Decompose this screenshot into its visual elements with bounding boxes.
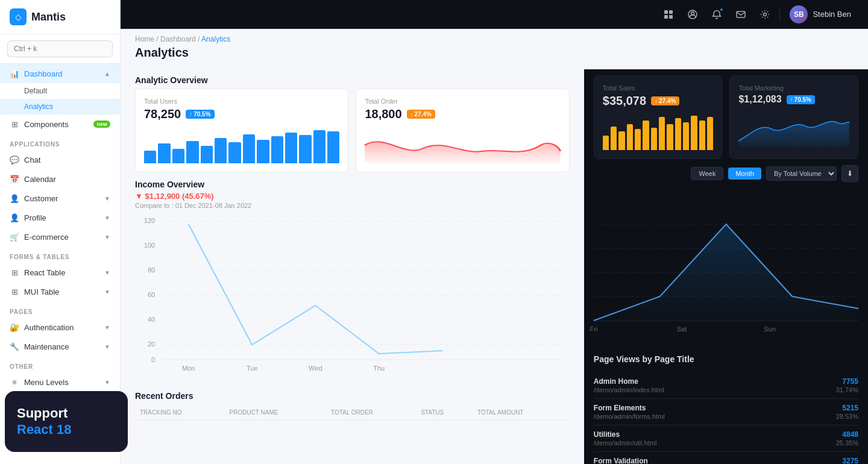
bar: [257, 140, 269, 163]
sidebar-item-maintenance[interactable]: 🔧 Maintenance ▼: [0, 337, 120, 356]
orders-table: TRACKING NO PRODUCT NAME TOTAL ORDER STA…: [135, 406, 570, 420]
sidebar-item-mui-table[interactable]: ⊞ MUI Table ▼: [0, 282, 120, 301]
pv-count-1: 5215: [836, 404, 858, 412]
apps-icon-btn[interactable]: [659, 5, 678, 24]
card-value-row-marketing: $1,12,083 ↑ 70.5%: [738, 94, 849, 105]
logo-area[interactable]: Mantis: [0, 0, 120, 34]
support-subtitle: React 18: [17, 422, 116, 437]
maintenance-label: Maintenance: [24, 342, 69, 351]
sidebar-sub-default[interactable]: Default: [0, 83, 120, 99]
bar: [144, 151, 156, 163]
user-menu[interactable]: SB Stebin Ben: [785, 3, 856, 26]
chevron-down-icon: ▼: [104, 195, 110, 202]
dashboard-icon: 📊: [10, 69, 19, 78]
download-btn[interactable]: ⬇: [841, 165, 858, 182]
income-controls: Week Month By Total Volume ⬇: [594, 165, 858, 182]
svg-text:Thu: Thu: [373, 365, 385, 372]
bar: [651, 128, 657, 150]
bar: [186, 141, 198, 163]
recent-orders: Recent Orders TRACKING NO PRODUCT NAME T…: [121, 384, 584, 420]
pv-url-0: /demo/admin/index.html: [594, 386, 664, 393]
react-table-label: React Table: [24, 268, 65, 277]
support-popup[interactable]: Support React 18: [5, 391, 128, 452]
app-name: Mantis: [31, 11, 66, 24]
btn-month[interactable]: Month: [728, 168, 761, 180]
income-title: Income Overview: [135, 180, 251, 189]
sidebar-item-calendar[interactable]: 📅 Calendar: [0, 169, 120, 189]
svg-text:100: 100: [144, 242, 156, 249]
sidebar-item-authentication[interactable]: 🔐 Authentication ▼: [0, 318, 120, 337]
sidebar-sub-analytics[interactable]: Analytics: [0, 99, 120, 114]
pv-row-1: Form Elements /demo/admin/forms.html 521…: [594, 399, 858, 425]
mail-icon-btn[interactable]: [731, 5, 750, 24]
sidebar-item-dashboard[interactable]: 📊 Dashboard ▲: [0, 64, 120, 83]
card-value-order: 18,800: [365, 107, 401, 121]
bar: [172, 149, 184, 163]
bar: [158, 143, 170, 163]
bell-icon-btn[interactable]: [707, 5, 726, 24]
chevron-down-icon-2: ▼: [104, 215, 110, 221]
sidebar-item-chat[interactable]: 💬 Chat: [0, 150, 120, 169]
chat-label: Chat: [24, 155, 40, 165]
pv-title-2: Utilities: [594, 430, 657, 439]
dark-income-controls: Week Month By Total Volume ⬇: [584, 165, 868, 345]
profile-icon: 👤: [10, 213, 19, 222]
bar: [327, 131, 339, 163]
analytic-cards-dark: Total Sales $35,078 ↓ 27.4%: [584, 69, 868, 165]
user-circle-icon-btn[interactable]: [683, 5, 702, 24]
sidebar-item-dashboard-label: Dashboard: [24, 69, 63, 78]
svg-point-7: [764, 13, 767, 16]
card-value-row-sales: $35,078 ↓ 27.4%: [603, 94, 714, 108]
content-area: Home / Dashboard / Analytics Analytics A…: [121, 29, 868, 464]
card-value-sales: $35,078: [603, 94, 646, 108]
components-icon: ⊞: [10, 119, 19, 129]
maintenance-icon: 🔧: [10, 342, 19, 351]
customer-icon: 👤: [10, 193, 19, 203]
page-header: Home / Dashboard / Analytics Analytics: [121, 29, 868, 69]
settings-icon-btn[interactable]: [755, 5, 775, 24]
sidebar-item-components[interactable]: ⊞ Components new: [0, 114, 120, 134]
section-forms: Forms & Tables: [0, 246, 120, 263]
pv-count-3: 3275: [836, 457, 858, 464]
col-total-order: TOTAL ORDER: [326, 406, 416, 420]
card-label-users: Total Users: [144, 98, 339, 105]
bar: [667, 124, 673, 150]
sidebar-item-react-table[interactable]: ⊞ React Table ▼: [0, 263, 120, 282]
volume-select[interactable]: By Total Volume: [766, 166, 837, 181]
page-views-section: Page Views by Page Title Admin Home /dem…: [584, 345, 868, 464]
chat-icon: 💬: [10, 155, 19, 165]
pv-url-1: /demo/admin/forms.html: [594, 413, 665, 420]
topbar: SB Stebin Ben: [121, 0, 868, 29]
income-overview: Income Overview ▼ $1,12,900 (45.67%) Com…: [121, 180, 584, 384]
chevron-down-icon-5: ▼: [104, 289, 110, 295]
bar: [603, 136, 609, 150]
card-value-row-order: 18,800 ↓ 27.4%: [365, 107, 560, 121]
card-value-marketing: $1,12,083: [738, 94, 781, 105]
auth-icon: 🔐: [10, 322, 19, 332]
svg-text:Sun: Sun: [764, 325, 776, 332]
sidebar-item-ecommerce[interactable]: 🛒 E-commerce ▼: [0, 227, 120, 246]
svg-text:Wed: Wed: [309, 365, 322, 372]
search-input[interactable]: [7, 40, 113, 57]
sidebar-item-customer[interactable]: 👤 Customer ▼: [0, 189, 120, 208]
bar: [675, 118, 681, 150]
page-views-title: Page Views by Page Title: [594, 354, 858, 364]
bar: [618, 131, 624, 150]
bar: [627, 124, 633, 150]
btn-week[interactable]: Week: [691, 167, 723, 180]
svg-text:Sat: Sat: [677, 325, 687, 332]
pv-count-0: 7755: [836, 377, 858, 386]
sidebar-item-menu-levels[interactable]: ≡ Menu Levels ▼: [0, 372, 120, 392]
calendar-label: Calendar: [24, 175, 56, 184]
card-total-users: Total Users 78,250 ↑ 70.5%: [135, 89, 348, 172]
income-header: Income Overview ▼ $1,12,900 (45.67%) Com…: [135, 180, 570, 209]
pv-title-3: Form Validation: [594, 457, 676, 464]
mui-table-label: MUI Table: [24, 287, 59, 296]
pv-count-2: 4848: [836, 430, 858, 439]
chevron-down-icon-3: ▼: [104, 234, 110, 240]
sidebar-item-profile[interactable]: 👤 Profile ▼: [0, 208, 120, 227]
card-value-users: 78,250: [144, 107, 181, 121]
area-chart-marketing: [738, 111, 849, 147]
pv-pct-0: 31.74%: [836, 386, 858, 393]
auth-label: Authentication: [24, 323, 74, 332]
